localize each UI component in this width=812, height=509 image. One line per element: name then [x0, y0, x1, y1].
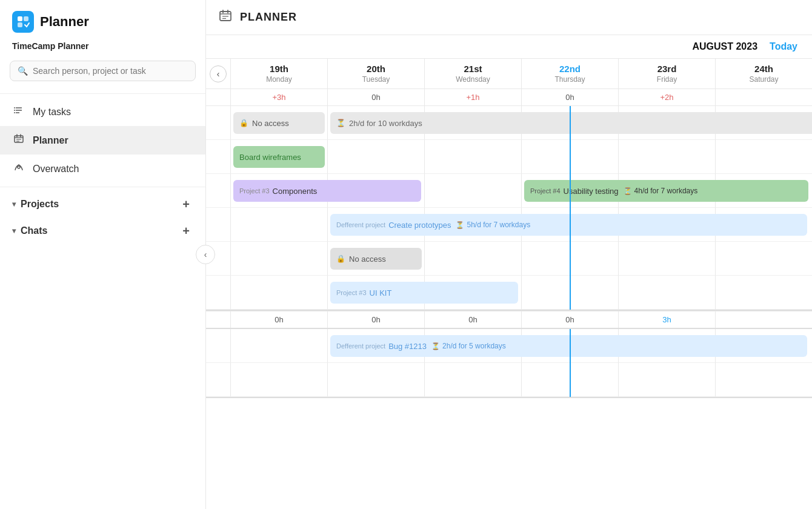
- logo-icon: [12, 11, 34, 33]
- day-num-1: 20th: [328, 64, 424, 74]
- lock-icon: 🔒: [336, 254, 345, 263]
- lock-icon: 🔒: [239, 119, 248, 127]
- search-input[interactable]: [33, 66, 188, 76]
- gcell-0: Board wireframes: [230, 140, 327, 174]
- day-num-2: 21st: [425, 64, 521, 74]
- gcell-1: [327, 140, 424, 174]
- bar-duration: 2h/d for 5 workdays: [442, 342, 506, 350]
- chevron-down-icon: ▾: [12, 200, 16, 208]
- collapse-sidebar-button[interactable]: ‹: [196, 245, 215, 264]
- day-name-4: Friday: [619, 75, 715, 84]
- nav-prev-cell: ‹: [206, 59, 230, 88]
- task-row-2: Board wireframes: [206, 140, 812, 174]
- sidebar-item-label: Overwatch: [33, 164, 79, 175]
- gcell-5: [715, 276, 812, 310]
- bar-ui-kit[interactable]: Project #3 UI KIT: [330, 282, 518, 304]
- overwatch-icon: [12, 162, 25, 176]
- gcell-2: [424, 174, 521, 208]
- project-label: Project #3: [239, 187, 270, 195]
- add-project-button[interactable]: +: [179, 197, 193, 211]
- section-1: 🔒 No access ⏳ 2h/d for 10 workdays: [206, 106, 812, 311]
- day-num-3: 22nd: [522, 64, 618, 74]
- svg-point-6: [14, 107, 15, 108]
- projects-label: Projects: [21, 199, 59, 210]
- day-num-4: 23rd: [619, 64, 715, 74]
- gcell-4: [618, 140, 715, 174]
- main-header: PLANNER: [206, 0, 812, 35]
- bar-bug-1213[interactable]: Defferent project Bug #1213 ⏳ 2h/d for 5…: [330, 335, 807, 357]
- bar-create-prototypes[interactable]: Defferent project Create prototypes ⏳ 5h…: [330, 214, 807, 236]
- day-header-0: 19th Monday: [230, 59, 327, 88]
- day-name-3: Thursday: [522, 75, 618, 84]
- bar-components[interactable]: Project #3 Components: [233, 180, 421, 202]
- sidebar-item-overwatch[interactable]: Overwatch: [0, 155, 205, 183]
- add-chat-button[interactable]: +: [179, 224, 193, 238]
- gcell-1: ⏳ 2h/d for 10 workdays: [327, 106, 424, 140]
- logo-area: Planner: [0, 0, 205, 41]
- gcell-1: 🔒 No access: [327, 242, 424, 276]
- bar-board-wireframes[interactable]: Board wireframes: [233, 146, 325, 168]
- day-name-1: Tuesday: [328, 75, 424, 84]
- bar-label: Usability testing: [564, 187, 619, 196]
- planner-icon: [12, 133, 25, 147]
- task-row-s2-empty: [206, 363, 812, 397]
- hour-3: 0h: [521, 89, 618, 105]
- planner-title: PLANNER: [240, 11, 297, 24]
- task-row-3: Project #3 Components Project #4 Usabili…: [206, 174, 812, 208]
- sidebar-item-label: Planner: [33, 135, 68, 146]
- gcell-0: [230, 329, 327, 363]
- project-label: Defferent project: [336, 221, 385, 228]
- bot-hour-3: 0h: [521, 311, 618, 328]
- day-num-5: 24th: [716, 64, 812, 74]
- bar-2hd[interactable]: ⏳ 2h/d for 10 workdays: [330, 112, 812, 134]
- svg-rect-0: [18, 16, 22, 21]
- projects-section[interactable]: ▾ Projects +: [0, 191, 205, 218]
- gcell-4: [618, 276, 715, 310]
- rows-container: 🔒 No access ⏳ 2h/d for 10 workdays: [206, 106, 812, 310]
- task-row-1: 🔒 No access ⏳ 2h/d for 10 workdays: [206, 106, 812, 140]
- bar-no-access-1[interactable]: 🔒 No access: [233, 112, 325, 134]
- chats-section[interactable]: ▾ Chats +: [0, 218, 205, 244]
- gcell-nav: [206, 208, 230, 242]
- day-name-0: Monday: [231, 75, 327, 84]
- search-icon: 🔍: [18, 66, 28, 76]
- hourglass-icon: ⏳: [336, 119, 345, 127]
- gcell-4: [618, 242, 715, 276]
- bar-label: No access: [252, 119, 289, 128]
- sidebar: Planner TimeCamp Planner 🔍 My tasks: [0, 0, 206, 509]
- days-header-row: ‹ 19th Monday 20th Tuesday 21st Wednsday…: [206, 59, 812, 89]
- svg-point-7: [14, 110, 15, 111]
- bar-label: Bug #1213: [388, 342, 427, 351]
- bot-hour-5: [715, 311, 812, 328]
- gcell-1: Defferent project Create prototypes ⏳ 5h…: [327, 208, 424, 242]
- gcell-nav: [206, 140, 230, 174]
- hour-5: [715, 89, 812, 105]
- gcell-1: Defferent project Bug #1213 ⏳ 2h/d for 5…: [327, 329, 424, 363]
- bar-usability[interactable]: Project #4 Usability testing ⏳ 4h/d for …: [524, 180, 808, 202]
- task-row-s2-1: Defferent project Bug #1213 ⏳ 2h/d for 5…: [206, 329, 812, 363]
- bar-no-access-2[interactable]: 🔒 No access: [330, 248, 422, 270]
- hour-2: +1h: [424, 89, 521, 105]
- tasks-icon: [12, 105, 25, 119]
- search-box[interactable]: 🔍: [10, 61, 196, 81]
- project-label: Project #3: [336, 289, 367, 296]
- svg-point-8: [14, 112, 15, 113]
- day-name-5: Saturday: [716, 75, 812, 84]
- bar-label: No access: [349, 254, 386, 264]
- gcell-5: [715, 242, 812, 276]
- day-header-4: 23rd Friday: [618, 59, 715, 88]
- bot-hour-4: 3h: [618, 311, 715, 328]
- today-button[interactable]: Today: [770, 41, 797, 52]
- sidebar-item-planner[interactable]: Planner: [0, 126, 205, 155]
- calendar-grid: ‹ 19th Monday 20th Tuesday 21st Wednsday…: [206, 59, 812, 509]
- rows-container-2: Defferent project Bug #1213 ⏳ 2h/d for 5…: [206, 329, 812, 397]
- prev-week-button[interactable]: ‹: [210, 65, 227, 82]
- hours-row-top: +3h 0h +1h 0h +2h: [206, 89, 812, 106]
- task-row-4: Defferent project Create prototypes ⏳ 5h…: [206, 208, 812, 242]
- day-header-1: 20th Tuesday: [327, 59, 424, 88]
- hour-4: +2h: [618, 89, 715, 105]
- task-row-5: 🔒 No access: [206, 242, 812, 276]
- task-row-6: Project #3 UI KIT: [206, 276, 812, 310]
- sidebar-item-my-tasks[interactable]: My tasks: [0, 98, 205, 126]
- svg-rect-2: [18, 22, 22, 27]
